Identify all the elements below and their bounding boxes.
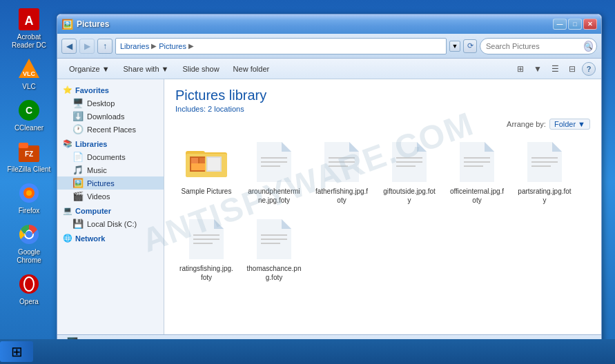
file-item-fatherfishing[interactable]: fatherfishing.jpg.foty	[311, 136, 373, 208]
desktop-icon-firefox[interactable]: Firefox	[6, 179, 52, 216]
share-button[interactable]: Share with ▼	[117, 61, 175, 77]
close-button[interactable]: ✕	[583, 19, 597, 30]
sidebar-computer-section: 💻 Computer 💾 Local Disk (C:)	[57, 204, 164, 230]
desktop-icon-vlc[interactable]: VLC VLC	[6, 55, 52, 92]
view-dropdown-button[interactable]: ▼	[530, 61, 545, 77]
svg-rect-33	[329, 157, 355, 159]
star-icon: ⭐	[63, 85, 72, 94]
file-item-ratingsfishing[interactable]: ratingsfishing.jpg.foty	[175, 214, 237, 285]
svg-rect-58	[261, 234, 287, 236]
arrange-chevron-icon: ▼	[578, 120, 585, 128]
sidebar-favorites-section: ⭐ Favorites 🖥️ Desktop ⬇️ Downloads 🕐 Re…	[57, 83, 164, 136]
arrange-by-label: Arrange by:	[507, 120, 546, 128]
ccleaner-icon: C	[17, 98, 41, 123]
address-dropdown-button[interactable]: ▼	[449, 41, 460, 52]
breadcrumb-libraries[interactable]: Libraries	[120, 42, 149, 50]
sidebar-item-desktop[interactable]: 🖥️ Desktop	[57, 97, 164, 110]
explorer-window: 🖼️ Pictures — □ ✕ ◀ ▶ ↑ Libraries ▶ Pict…	[57, 14, 602, 352]
desktop-icon-opera[interactable]: Opera	[6, 270, 52, 307]
firefox-label: Firefox	[19, 207, 40, 215]
filezilla-icon: FZ	[17, 139, 41, 164]
sidebar: ⭐ Favorites 🖥️ Desktop ⬇️ Downloads 🕐 Re…	[57, 79, 164, 334]
acrobat-label: Acrobat Reader DC	[7, 33, 51, 50]
file-item-thomaschance[interactable]: thomaschance.png.foty	[243, 214, 305, 285]
taskbar: ⊞	[0, 339, 615, 364]
svg-marker-52	[214, 219, 224, 229]
file-item-officeinternal[interactable]: officeinternal.jpg.foty	[446, 136, 508, 208]
file-item-sample-pictures[interactable]: Sample Pictures	[175, 136, 237, 208]
help-button[interactable]: ?	[582, 62, 596, 76]
sidebar-computer-header[interactable]: 💻 Computer	[57, 204, 164, 217]
up-button[interactable]: ↑	[97, 39, 113, 54]
breadcrumb-pictures[interactable]: Pictures	[159, 42, 186, 50]
svg-marker-32	[349, 142, 359, 152]
view-list-button[interactable]: ☰	[547, 61, 563, 77]
sidebar-favorites-header[interactable]: ⭐ Favorites	[57, 83, 164, 97]
sidebar-libraries-header[interactable]: 📚 Libraries	[57, 137, 164, 150]
search-input[interactable]	[486, 42, 581, 50]
view-extra-button[interactable]: ⊞	[513, 61, 528, 77]
folder-icon	[186, 144, 227, 180]
file-label-ratingsfishing: ratingsfishing.jpg.foty	[179, 264, 234, 282]
arrange-dropdown[interactable]: Folder ▼	[549, 119, 590, 130]
svg-rect-39	[396, 161, 422, 163]
svg-rect-60	[261, 243, 280, 244]
start-button[interactable]: ⊞	[0, 341, 33, 362]
back-button[interactable]: ◀	[61, 39, 77, 54]
document-icon-4	[460, 142, 494, 182]
doc-icon-container-7	[252, 217, 296, 261]
file-item-partsrating[interactable]: partsrating.jpg.foty	[514, 136, 576, 208]
svg-text:VLC: VLC	[23, 70, 36, 77]
network-icon: 🌐	[63, 234, 72, 243]
svg-rect-43	[464, 157, 490, 159]
maximize-button[interactable]: □	[568, 19, 582, 30]
sidebar-item-local-disk[interactable]: 💾 Local Disk (C:)	[57, 217, 164, 230]
organize-button[interactable]: Organize ▼	[63, 61, 116, 77]
svg-point-11	[26, 190, 32, 196]
sidebar-item-downloads[interactable]: ⬇️ Downloads	[57, 110, 164, 123]
desktop-icon-list: A Acrobat Reader DC VLC VLC C CCleaner	[6, 6, 55, 307]
sidebar-item-videos[interactable]: 🎬 Videos	[57, 190, 164, 203]
folder-icon-container	[184, 140, 228, 184]
svg-rect-34	[329, 161, 355, 163]
videos-sidebar-icon: 🎬	[72, 191, 84, 201]
arrange-bar: Arrange by: Folder ▼	[175, 119, 590, 130]
locations-link[interactable]: 2 locations	[208, 105, 244, 113]
desktop-sidebar-icon: 🖥️	[72, 98, 84, 108]
sidebar-item-documents[interactable]: 📄 Documents	[57, 150, 164, 163]
computer-icon: 💻	[63, 206, 72, 215]
slideshow-button[interactable]: Slide show	[176, 61, 225, 77]
svg-rect-29	[261, 161, 287, 163]
svg-rect-35	[329, 165, 348, 167]
desktop-icon-filezilla[interactable]: FZ FileZilla Client	[6, 138, 52, 175]
file-area-header: Pictures library Includes: 2 locations	[175, 88, 590, 113]
svg-marker-47	[552, 142, 562, 152]
file-item-giftoutside[interactable]: giftoutside.jpg.foty	[378, 136, 440, 208]
sidebar-network-header[interactable]: 🌐 Network	[57, 232, 164, 245]
minimize-button[interactable]: —	[553, 19, 567, 30]
desktop-icon-ccleaner[interactable]: C CCleaner	[6, 97, 52, 134]
sidebar-item-recent[interactable]: 🕐 Recent Places	[57, 123, 164, 136]
svg-rect-55	[193, 243, 213, 244]
view-detail-button[interactable]: ⊟	[565, 61, 580, 77]
search-button[interactable]: 🔍	[584, 41, 593, 52]
svg-point-14	[26, 231, 32, 238]
document-icon-6	[189, 219, 224, 259]
svg-rect-49	[531, 161, 558, 163]
forward-button[interactable]: ▶	[79, 39, 95, 54]
toolbar-right: ⊞ ▼ ☰ ⊟ ?	[513, 61, 596, 77]
desktop: A Acrobat Reader DC VLC VLC C CCleaner	[0, 0, 615, 364]
vlc-icon: VLC	[17, 57, 41, 81]
title-bar-text: Pictures	[77, 19, 553, 29]
desktop-icon-acrobat[interactable]: A Acrobat Reader DC	[6, 6, 52, 51]
main-content: ⭐ Favorites 🖥️ Desktop ⬇️ Downloads 🕐 Re…	[57, 79, 601, 334]
new-folder-button[interactable]: New folder	[227, 61, 276, 77]
file-label-fatherfishing: fatherfishing.jpg.foty	[314, 187, 369, 205]
sidebar-item-pictures[interactable]: 🖼️ Pictures	[57, 176, 164, 190]
sidebar-item-music[interactable]: 🎵 Music	[57, 163, 164, 176]
svg-rect-53	[193, 234, 219, 236]
refresh-button[interactable]: ⟳	[463, 39, 477, 53]
desktop-icon-chrome[interactable]: Google Chrome	[6, 221, 52, 266]
file-item-aroundphentermine[interactable]: aroundphentermine.jpg.foty	[243, 136, 305, 208]
svg-rect-48	[531, 157, 558, 159]
